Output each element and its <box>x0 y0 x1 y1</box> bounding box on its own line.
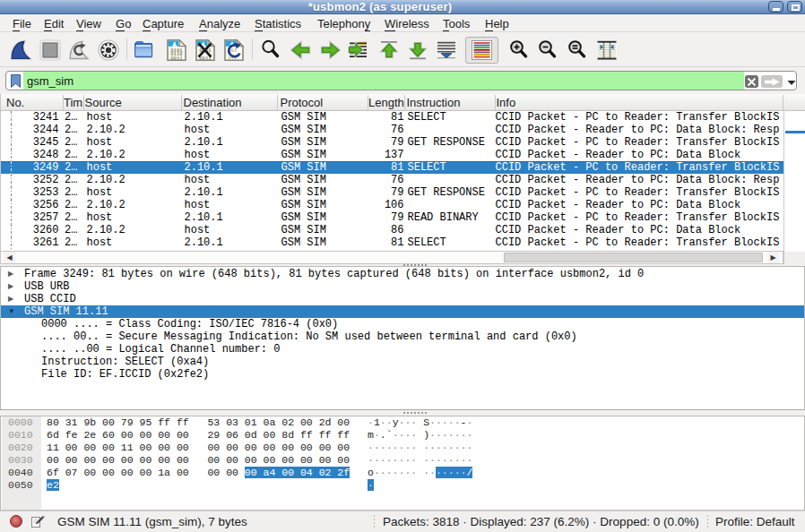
svg-text:0011: 0011 <box>170 56 183 62</box>
